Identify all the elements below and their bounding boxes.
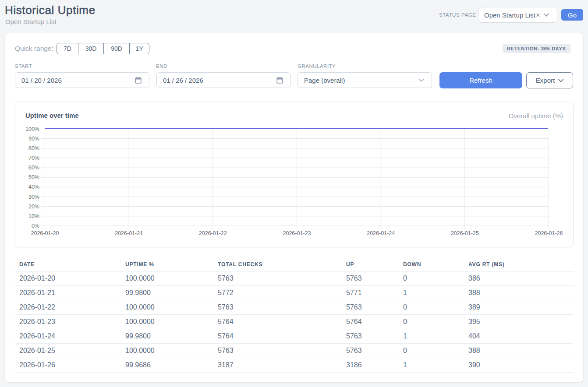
svg-text:2026-01-24: 2026-01-24: [367, 230, 395, 236]
svg-text:2026-01-23: 2026-01-23: [283, 230, 311, 236]
svg-text:2026-01-21: 2026-01-21: [115, 230, 143, 236]
svg-text:30%: 30%: [28, 194, 39, 200]
svg-text:0%: 0%: [32, 223, 39, 229]
svg-text:2026-01-26: 2026-01-26: [535, 230, 563, 236]
svg-text:60%: 60%: [28, 165, 39, 171]
svg-text:20%: 20%: [28, 204, 39, 210]
svg-text:80%: 80%: [28, 145, 39, 151]
svg-text:10%: 10%: [28, 213, 39, 219]
svg-text:90%: 90%: [28, 136, 39, 142]
svg-text:70%: 70%: [28, 155, 39, 161]
svg-text:2026-01-25: 2026-01-25: [451, 230, 479, 236]
svg-text:2026-01-22: 2026-01-22: [199, 230, 227, 236]
svg-text:50%: 50%: [28, 174, 39, 180]
svg-text:40%: 40%: [28, 184, 39, 190]
svg-text:100%: 100%: [25, 126, 39, 132]
svg-text:2026-01-20: 2026-01-20: [31, 230, 59, 236]
